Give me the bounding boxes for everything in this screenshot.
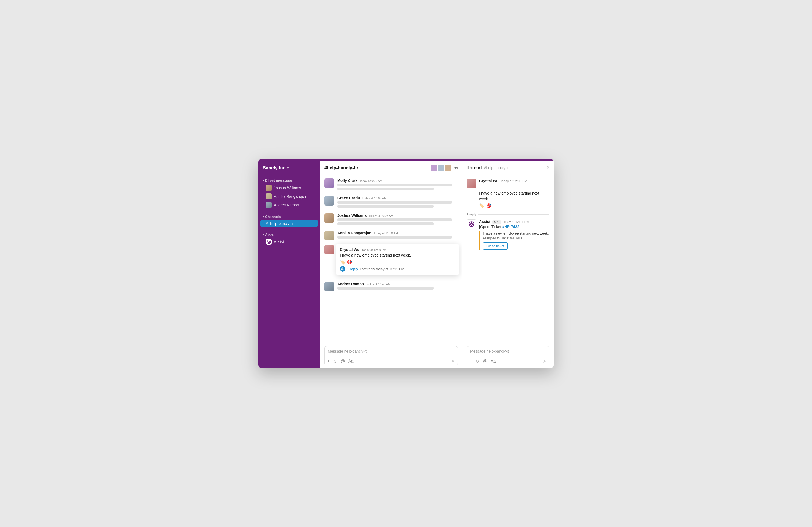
assist-reply-icon	[340, 266, 345, 272]
mention-icon[interactable]: @	[341, 359, 345, 364]
ticket-ref-link[interactable]: #HR-7482	[502, 225, 519, 229]
thread-assist-info: Assist APP Today at 12:11 PM [Open] Tick…	[479, 220, 529, 229]
add-icon[interactable]: +	[327, 359, 330, 364]
apps-label[interactable]: ▾ Apps	[260, 231, 318, 238]
thread-reactions: 🏷️ 🎯	[467, 203, 549, 208]
msg-time: Today at 10:05 AM	[369, 214, 393, 217]
msg-line	[337, 183, 452, 186]
ticket-status: [Open] Ticket	[479, 225, 501, 229]
thread-author-info: Crystal Wu Today at 12:09 PM	[479, 179, 527, 183]
send-icon[interactable]: ➤	[451, 359, 455, 364]
chat-messages: Molly Clark Today at 9:30 AM Grace Harri…	[320, 175, 462, 343]
sidebar-item-help-bancly-hr[interactable]: # help-bancly-hr	[260, 220, 318, 227]
sidebar-item-joshua[interactable]: Joshua Williams	[260, 183, 318, 192]
thread-channel: #help-bancly-it	[484, 166, 509, 170]
thread-emoji-icon[interactable]: ☺	[475, 359, 480, 364]
ticket-assigned: Assigned to: Janet Williams	[483, 236, 549, 240]
thread-mention-icon[interactable]: @	[483, 359, 487, 364]
avatar-assist-thread	[467, 220, 476, 229]
reaction-tag[interactable]: 🏷️	[340, 259, 345, 265]
thread-header: Thread #help-bancly-it ×	[462, 161, 554, 175]
avatar-crystal-thread	[467, 179, 476, 189]
format-text-icon[interactable]: Aa	[348, 359, 354, 364]
sidebar-item-andres[interactable]: Andres Ramos	[260, 201, 318, 209]
sidebar-item-assist[interactable]: Assist	[260, 238, 318, 246]
avatar	[324, 231, 334, 240]
msg-time: Today at 9:30 AM	[360, 179, 382, 182]
avatar	[324, 178, 334, 188]
avatar-joshua	[266, 185, 272, 191]
thread-input-field[interactable]: Message help-bancly-it	[467, 346, 549, 357]
chat-input-toolbar: + ☺ @ Aa ➤	[325, 357, 458, 365]
thread-original-message: Crystal Wu Today at 12:09 PM I have a ne…	[467, 179, 549, 208]
thread-assist-reply: Assist APP Today at 12:11 PM [Open] Tick…	[467, 220, 549, 250]
msg-time: Today at 10:03 AM	[362, 197, 387, 200]
thread-assist-author-row: Assist APP Today at 12:11 PM	[479, 220, 529, 224]
sidebar-item-annika[interactable]: Annika Rangarajan	[260, 192, 318, 201]
input-toolbar-left: + ☺ @ Aa	[327, 359, 354, 364]
msg-line	[337, 287, 434, 289]
avatar	[324, 213, 334, 223]
chat-input-container: Message help-bancly-it + ☺ @ Aa ➤	[320, 343, 462, 368]
msg-content: Annika Rangarajan Today at 11:50 AM	[337, 231, 458, 240]
chat-header-right: 34	[431, 165, 458, 171]
channels-label[interactable]: ▾ Channels	[260, 214, 318, 220]
thread-reaction-target[interactable]: 🎯	[486, 203, 491, 208]
divider-line	[478, 214, 549, 215]
svg-point-1	[268, 241, 270, 243]
title-bar	[258, 159, 554, 161]
thread-author-crystal: Crystal Wu	[479, 179, 499, 183]
avatar	[324, 245, 334, 254]
avatar	[324, 196, 334, 206]
msg-content: Molly Clark Today at 9:30 AM	[337, 178, 458, 192]
msg-line	[337, 201, 452, 204]
table-row: Annika Rangarajan Today at 11:50 AM	[324, 231, 458, 240]
msg-time: Today at 12:45 AM	[366, 283, 390, 286]
thread-send-icon[interactable]: ➤	[543, 359, 547, 364]
main-chat: #help-bancly-hr 34 Molly Clar	[320, 161, 462, 368]
msg-text: I have a new employee starting next week…	[340, 253, 455, 258]
section-arrow-icon: ▾	[263, 179, 264, 182]
thread-reaction-tag[interactable]: 🏷️	[479, 203, 484, 208]
reaction-target[interactable]: 🎯	[347, 259, 352, 265]
direct-messages-section: ▾ Direct messages Joshua Williams Annika…	[258, 174, 320, 210]
thread-header-left: Thread #help-bancly-it	[467, 165, 509, 170]
section-arrow-channels-icon: ▾	[263, 215, 264, 218]
close-ticket-button[interactable]: Close ticket	[483, 242, 508, 250]
msg-header: Molly Clark Today at 9:30 AM	[337, 178, 458, 183]
thread-add-icon[interactable]: +	[470, 359, 472, 364]
thread-close-button[interactable]: ×	[547, 165, 549, 170]
chat-channel-title: #help-bancly-hr	[324, 165, 359, 171]
table-row: Andres Ramos Today at 12:45 AM	[324, 282, 458, 291]
msg-header: Andres Ramos Today at 12:45 AM	[337, 282, 458, 286]
chat-input-placeholder[interactable]: Message help-bancly-it	[325, 346, 458, 357]
section-arrow-apps-icon: ▾	[263, 233, 264, 236]
msg-time: Today at 11:50 AM	[374, 231, 398, 235]
svg-point-9	[470, 223, 473, 225]
msg-content: Joshua Williams Today at 10:05 AM	[337, 213, 458, 226]
msg-line	[337, 187, 434, 190]
thread-assist-header: Assist APP Today at 12:11 PM [Open] Tick…	[467, 220, 549, 229]
msg-author: Andres Ramos	[337, 282, 364, 286]
hash-icon: #	[266, 221, 268, 226]
chat-header: #help-bancly-hr 34	[320, 161, 462, 175]
direct-messages-label[interactable]: ▾ Direct messages	[260, 177, 318, 183]
reply-info[interactable]: 1 reply Last reply today at 12:11 PM	[340, 266, 455, 272]
workspace-name: Bancly Inc	[263, 165, 286, 171]
avatar	[324, 282, 334, 291]
msg-line	[337, 205, 434, 208]
highlighted-message-card: Crystal Wu Today at 12:09 PM I have a ne…	[336, 244, 459, 275]
sidebar: Bancly Inc ▾ ▾ Direct messages Joshua Wi…	[258, 161, 320, 368]
thread-author-row: Crystal Wu Today at 12:09 PM	[479, 179, 527, 183]
thread-format-icon[interactable]: Aa	[491, 359, 496, 364]
msg-reactions: 🏷️ 🎯	[340, 259, 455, 265]
crystal-message-group: Crystal Wu Today at 12:09 PM I have a ne…	[324, 245, 458, 277]
thread-messages: Crystal Wu Today at 12:09 PM I have a ne…	[462, 175, 554, 343]
msg-header: Joshua Williams Today at 10:05 AM	[337, 213, 458, 217]
thread-title: Thread	[467, 165, 482, 170]
emoji-icon[interactable]: ☺	[333, 359, 337, 364]
header-avatar-1	[431, 165, 437, 171]
channels-section: ▾ Channels # help-bancly-hr	[258, 210, 320, 228]
thread-toolbar-left: + ☺ @ Aa	[470, 359, 496, 364]
sidebar-header[interactable]: Bancly Inc ▾	[258, 161, 320, 174]
